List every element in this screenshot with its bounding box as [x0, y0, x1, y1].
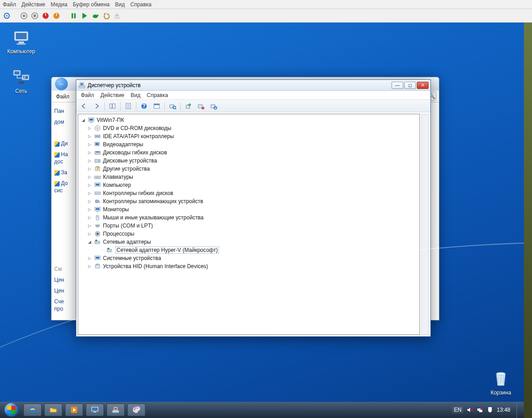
cp-side-panel[interactable]: Пан	[54, 108, 78, 114]
tree-item-dvd[interactable]: ▷DVD и CD-ROM дисководы	[79, 124, 419, 132]
turtle-icon[interactable]	[91, 12, 99, 20]
back-button[interactable]: ←	[55, 78, 68, 90]
tree-item-ports[interactable]: ▷Порты (COM и LPT)	[79, 222, 419, 230]
record-stop-icon[interactable]	[20, 12, 28, 20]
desktop-icon-recycle[interactable]: Корзина	[484, 370, 518, 396]
tree-item-mouse[interactable]: ▷Мыши и иные указывающие устройства	[79, 214, 419, 222]
expand-icon[interactable]: ▷	[87, 126, 92, 131]
expand-icon[interactable]: ▷	[87, 191, 92, 196]
guest-desktop[interactable]: Компьютер Сеть Корзина ← 🔍 Файл Пан дом …	[0, 23, 524, 418]
tree-item-network-hyperv[interactable]: ⋯Сетевой адаптер Hyper-V (Майкрософт)	[79, 246, 419, 254]
power-red-icon[interactable]	[42, 12, 50, 20]
host-menu-action[interactable]: Действие	[22, 1, 46, 8]
expand-icon[interactable]: ▷	[87, 264, 92, 269]
cp-side-protect[interactable]: За	[54, 169, 78, 176]
cp-tab-file[interactable]: Файл	[56, 93, 70, 100]
expand-icon[interactable]: ▷	[87, 167, 92, 172]
cp-side-home[interactable]: дом	[54, 119, 78, 125]
expand-icon[interactable]: ▷	[87, 256, 92, 261]
stop-icon[interactable]	[31, 12, 39, 20]
expand-icon[interactable]: ▷	[87, 134, 92, 139]
tree-item-monitor[interactable]: ▷Мониторы	[79, 205, 419, 214]
dm-menu-file[interactable]: Файл	[81, 92, 94, 98]
language-indicator[interactable]: EN	[452, 406, 463, 413]
tree-item-keyboard[interactable]: ▷Клавиатуры	[79, 173, 419, 181]
maximize-button[interactable]: ◻	[404, 82, 416, 89]
cp-side-settings[interactable]: На	[54, 151, 78, 158]
host-menu-view[interactable]: Вид	[115, 1, 125, 8]
host-menu-media[interactable]: Медиа	[51, 1, 67, 8]
collapse-icon[interactable]: ◢	[81, 118, 86, 123]
host-menu-help[interactable]: Справка	[130, 1, 151, 8]
undo-icon[interactable]	[102, 12, 110, 20]
tree-item-floppy[interactable]: ▷Дисководы гибких дисков	[79, 149, 419, 157]
close-button[interactable]: ✕	[417, 82, 429, 89]
vertical-scrollbar[interactable]	[421, 114, 429, 335]
host-menu-clipboard[interactable]: Буфер обмена	[73, 1, 110, 8]
expand-icon[interactable]: ▷	[87, 158, 92, 163]
expand-icon[interactable]: ▷	[87, 215, 92, 220]
expand-icon[interactable]: ▷	[87, 232, 92, 237]
pause-icon[interactable]	[70, 12, 78, 20]
taskbar-control-panel[interactable]	[86, 404, 104, 416]
tree-item-video[interactable]: ▷Видеоадаптеры	[79, 140, 419, 149]
desktop-icon-network[interactable]: Сеть	[5, 69, 38, 94]
cp-side-extra[interactable]: До	[54, 180, 78, 186]
tree-item-hid[interactable]: ▷Устройства HID (Human Interface Devices…	[79, 262, 419, 270]
expand-icon[interactable]: ▷	[87, 207, 92, 212]
expand-icon[interactable]: ▷	[87, 183, 92, 188]
device-tree[interactable]: ◢ VitWin7-ПК ▷DVD и CD-ROM дисководы ▷ID…	[78, 114, 420, 335]
tree-item-ide[interactable]: ▷IDE ATA/ATAPI контроллеры	[79, 132, 419, 140]
dm-menu-action[interactable]: Действие	[101, 92, 125, 98]
tree-root[interactable]: ◢ VitWin7-ПК	[79, 116, 419, 124]
collapse-icon[interactable]: ◢	[87, 240, 92, 245]
system-tray[interactable]: EN 13:48	[452, 406, 514, 413]
disable-device-icon[interactable]	[209, 101, 219, 111]
taskbar-ie[interactable]	[23, 404, 42, 416]
dm-titlebar[interactable]: Диспетчер устройств — ◻ ✕	[76, 80, 430, 91]
taskbar-explorer[interactable]	[44, 404, 62, 416]
tree-item-computer[interactable]: ▷Компьютер	[79, 181, 419, 189]
expand-icon[interactable]: ▷	[87, 223, 92, 228]
expand-icon[interactable]: ▷	[87, 142, 92, 147]
calendar-icon[interactable]	[152, 101, 162, 111]
host-menu-file[interactable]: Файл	[3, 1, 16, 8]
action-center-icon[interactable]	[487, 407, 493, 413]
taskbar-devmgr[interactable]	[107, 404, 125, 416]
tree-item-cpu[interactable]: ▷Процессоры	[79, 230, 419, 238]
tree-item-other[interactable]: ▷?Другие устройства	[79, 165, 419, 173]
cp-side-center2[interactable]: Цен	[54, 288, 78, 294]
tree-item-network[interactable]: ◢Сетевые адаптеры	[79, 238, 419, 246]
dm-menu-view[interactable]: Вид	[131, 92, 140, 98]
show-desktop-button[interactable]	[517, 402, 522, 418]
desktop-icon-computer[interactable]: Компьютер	[5, 29, 38, 55]
device-manager-window[interactable]: Диспетчер устройств — ◻ ✕ Файл Действие …	[76, 79, 431, 337]
volume-muted-icon[interactable]	[467, 407, 473, 413]
clock[interactable]: 13:48	[497, 407, 510, 413]
expand-icon[interactable]: ▷	[87, 175, 92, 180]
expand-icon[interactable]: ▷	[87, 199, 92, 204]
uninstall-device-icon[interactable]	[196, 101, 206, 111]
update-driver-icon[interactable]	[183, 101, 193, 111]
show-hide-tree-icon[interactable]	[107, 101, 117, 111]
settings-icon[interactable]	[3, 12, 11, 20]
dm-menu-help[interactable]: Справка	[147, 92, 168, 98]
nav-forward-icon[interactable]	[92, 101, 102, 111]
tree-item-disk[interactable]: ▷Дисковые устройства	[79, 157, 419, 165]
expand-icon[interactable]: ▷	[87, 150, 92, 155]
tree-item-floppy-ctrl[interactable]: ▷Контроллеры гибких дисков	[79, 189, 419, 197]
nav-back-icon[interactable]	[79, 101, 89, 111]
play-icon[interactable]	[80, 12, 89, 20]
network-disconnected-icon[interactable]	[477, 407, 483, 413]
cp-side-acc[interactable]: Сче	[54, 298, 78, 305]
taskbar[interactable]: EN 13:48	[0, 402, 524, 418]
properties-icon[interactable]	[123, 101, 133, 111]
power-orange-icon[interactable]	[52, 12, 61, 20]
tree-item-storage-ctrl[interactable]: ▷Контроллеры запоминающих устройств	[79, 197, 419, 205]
cp-side-center1[interactable]: Цен	[54, 277, 78, 283]
start-button[interactable]	[2, 403, 21, 417]
taskbar-paint[interactable]	[127, 404, 145, 416]
tree-item-system[interactable]: ▷Системные устройства	[79, 254, 419, 262]
minimize-button[interactable]: —	[392, 82, 403, 89]
help-icon[interactable]: ?	[139, 101, 149, 111]
